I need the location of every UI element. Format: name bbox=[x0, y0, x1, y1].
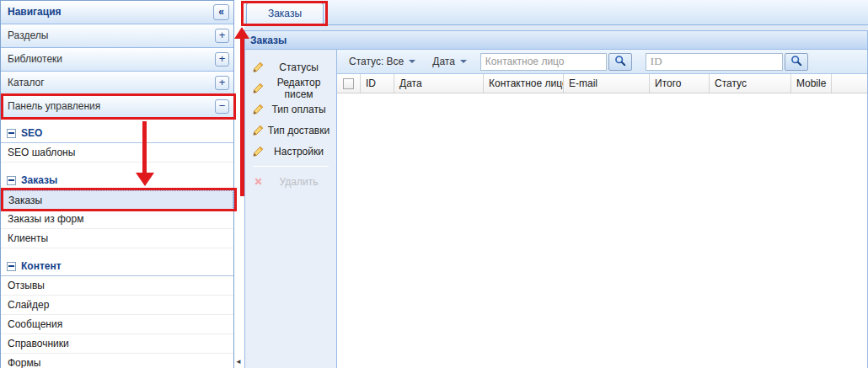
button-label: Тип доставки bbox=[265, 125, 333, 136]
section-collapse-icon[interactable] bbox=[7, 176, 16, 185]
accordion-item-razdely[interactable]: Разделы + bbox=[1, 24, 233, 48]
section-collapse-icon[interactable] bbox=[7, 129, 16, 138]
tree-item-soobshcheniya[interactable]: Сообщения bbox=[1, 315, 233, 334]
tree-section-zakazy[interactable]: Заказы bbox=[1, 171, 233, 190]
id-search-group bbox=[646, 53, 808, 71]
tree-item-slayder[interactable]: Слайдер bbox=[1, 296, 233, 315]
search-icon bbox=[614, 55, 626, 69]
accordion-item-katalog[interactable]: Каталог + bbox=[1, 72, 233, 95]
column-header-filler bbox=[832, 74, 867, 93]
tree-item-zakazy[interactable]: Заказы bbox=[1, 190, 233, 210]
contact-search-group bbox=[480, 53, 632, 71]
tab-strip: Заказы bbox=[244, 0, 868, 25]
mail-editor-button[interactable]: Редактор писем bbox=[245, 77, 336, 99]
tree-item-spravochniki[interactable]: Справочники bbox=[1, 334, 233, 354]
section-label: Заказы bbox=[21, 171, 57, 189]
button-label: Редактор писем bbox=[265, 77, 333, 100]
orders-side-toolbar: Статусы Редактор писем bbox=[245, 50, 337, 368]
admin-panel-screenshot: Навигация « Разделы + Библиотеки + Катал… bbox=[0, 0, 868, 368]
panel-splitter[interactable]: ◄ bbox=[235, 0, 244, 368]
panel-collapse-button[interactable]: « bbox=[213, 4, 229, 20]
accordion-label: Каталог bbox=[8, 77, 45, 88]
checkbox-icon bbox=[343, 78, 354, 89]
pencil-icon bbox=[251, 61, 265, 74]
column-header-contact[interactable]: Контактное лицо bbox=[484, 74, 564, 93]
accordion-label: Панель управления bbox=[8, 100, 100, 112]
navigation-panel-header: Навигация « bbox=[1, 1, 233, 24]
tab-zakazy[interactable]: Заказы bbox=[246, 3, 324, 25]
delete-cross-icon bbox=[251, 175, 265, 189]
select-all-checkbox[interactable] bbox=[337, 74, 361, 93]
splitter-collapse-icon[interactable]: ◄ bbox=[235, 359, 242, 365]
collapse-minus-icon[interactable]: − bbox=[215, 99, 229, 114]
button-label: Статус: Все bbox=[349, 56, 404, 67]
date-filter-button[interactable]: Дата bbox=[429, 53, 470, 70]
expand-plus-icon[interactable]: + bbox=[215, 52, 229, 67]
orders-grid-header: ID Дата Контактное лицо E-mail Итого Ста… bbox=[337, 74, 867, 93]
section-collapse-icon[interactable] bbox=[7, 262, 16, 271]
chevron-double-left-icon: « bbox=[218, 6, 224, 18]
main-area: Заказы Заказы Статусы bbox=[244, 0, 868, 368]
id-search-button[interactable] bbox=[785, 53, 808, 71]
tree-section-kontent[interactable]: Контент bbox=[1, 257, 233, 276]
statuses-button[interactable]: Статусы bbox=[245, 56, 336, 77]
pencil-icon bbox=[251, 124, 265, 137]
pencil-icon bbox=[251, 145, 265, 158]
search-icon bbox=[790, 55, 802, 69]
button-label: Удалить bbox=[265, 176, 333, 188]
contact-search-button[interactable] bbox=[608, 53, 632, 71]
accordion-item-panel-upravleniya[interactable]: Панель управления − bbox=[1, 95, 233, 119]
column-header-date[interactable]: Дата bbox=[394, 74, 484, 93]
navigation-tree: SEO SEO шаблоны Заказы Заказы Заказы из … bbox=[1, 119, 233, 368]
tree-item-otzyvy[interactable]: Отзывы bbox=[1, 276, 233, 296]
orders-grid-body bbox=[337, 93, 867, 368]
button-label: Статусы bbox=[265, 61, 333, 73]
column-header-id[interactable]: ID bbox=[361, 74, 394, 93]
column-header-total[interactable]: Итого bbox=[650, 74, 710, 93]
tree-item-klienty[interactable]: Клиенты bbox=[1, 229, 233, 248]
pencil-icon bbox=[251, 103, 265, 116]
id-search-input[interactable] bbox=[646, 53, 783, 71]
tree-item-seo-shablony[interactable]: SEO шаблоны bbox=[1, 143, 233, 163]
accordion-label: Библиотеки bbox=[8, 53, 62, 65]
toolbar-separator bbox=[253, 166, 329, 167]
accordion-item-biblioteki[interactable]: Библиотеки + bbox=[1, 48, 233, 72]
contact-search-input[interactable] bbox=[480, 53, 607, 71]
section-label: SEO bbox=[21, 124, 42, 142]
tree-item-formy[interactable]: Формы bbox=[1, 354, 233, 368]
orders-panel-title: Заказы bbox=[245, 31, 867, 50]
column-header-mobile[interactable]: Mobile bbox=[791, 74, 832, 93]
tree-item-zakazy-iz-form[interactable]: Заказы из форм bbox=[1, 210, 233, 229]
column-header-status[interactable]: Статус bbox=[710, 74, 791, 93]
orders-grid-zone: Статус: Все Дата bbox=[337, 50, 867, 368]
button-label: Тип оплаты bbox=[265, 104, 333, 115]
delete-button[interactable]: Удалить bbox=[245, 171, 336, 192]
column-header-email[interactable]: E-mail bbox=[564, 74, 650, 93]
status-filter-button[interactable]: Статус: Все bbox=[346, 53, 419, 70]
chevron-down-icon bbox=[409, 60, 415, 63]
pencil-icon bbox=[251, 82, 265, 95]
section-label: Контент bbox=[21, 257, 62, 275]
accordion-label: Разделы bbox=[8, 29, 48, 41]
settings-button[interactable]: Настройки bbox=[245, 141, 336, 162]
button-label: Дата bbox=[432, 56, 455, 67]
navigation-title: Навигация bbox=[8, 6, 62, 18]
chevron-down-icon bbox=[460, 60, 467, 63]
payment-type-button[interactable]: Тип оплаты bbox=[245, 99, 336, 120]
tree-section-seo[interactable]: SEO bbox=[1, 124, 233, 143]
orders-filter-toolbar: Статус: Все Дата bbox=[337, 50, 867, 74]
expand-plus-icon[interactable]: + bbox=[215, 76, 229, 90]
orders-panel: Заказы Статусы bbox=[244, 30, 868, 368]
delivery-type-button[interactable]: Тип доставки bbox=[245, 120, 336, 141]
navigation-panel: Навигация « Разделы + Библиотеки + Катал… bbox=[0, 0, 234, 368]
expand-plus-icon[interactable]: + bbox=[215, 29, 229, 43]
button-label: Настройки bbox=[265, 146, 333, 157]
